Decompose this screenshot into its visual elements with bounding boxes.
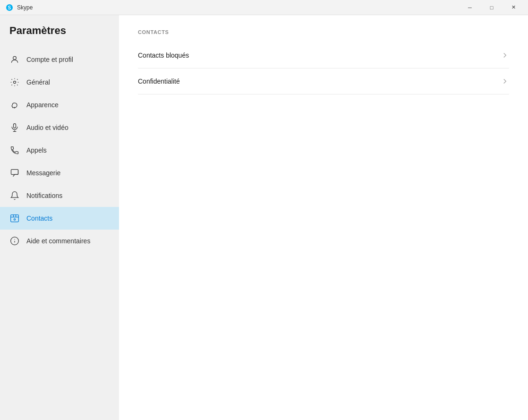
confidentialite-label: Confidentialité [138, 77, 180, 85]
sidebar-label-general: Général [26, 78, 50, 86]
maximize-button[interactable]: □ [481, 0, 502, 15]
microphone-icon [9, 122, 20, 133]
sidebar-label-messagerie: Messagerie [26, 169, 60, 177]
app-body: Paramètres Compte et profil Général Appa… [0, 15, 528, 420]
contacts-bloques-label: Contacts bloqués [138, 51, 189, 59]
info-icon [9, 236, 20, 246]
titlebar-controls: ─ □ ✕ [459, 0, 524, 15]
sidebar-item-contacts[interactable]: Contacts [0, 207, 119, 230]
chevron-right-icon-blocked [501, 51, 509, 60]
sidebar-item-general[interactable]: Général [0, 71, 119, 94]
confidentialite-row[interactable]: Confidentialité [138, 69, 509, 94]
svg-point-9 [14, 219, 15, 220]
sidebar-item-notifications[interactable]: Notifications [0, 184, 119, 207]
close-button[interactable]: ✕ [502, 0, 524, 15]
sidebar-label-contacts: Contacts [26, 214, 52, 222]
brush-icon [9, 100, 20, 110]
sidebar-title: Paramètres [0, 25, 119, 48]
sidebar-item-compte[interactable]: Compte et profil [0, 48, 119, 71]
svg-rect-7 [11, 215, 19, 222]
person-icon [9, 54, 20, 65]
svg-point-2 [13, 56, 17, 60]
sidebar-item-aide[interactable]: Aide et commentaires [0, 230, 119, 252]
sidebar-label-audio: Audio et vidéo [26, 124, 68, 131]
sidebar-item-messagerie[interactable]: Messagerie [0, 162, 119, 184]
sidebar-label-aide: Aide et commentaires [26, 237, 90, 245]
sidebar-item-audio[interactable]: Audio et vidéo [0, 116, 119, 139]
minimize-button[interactable]: ─ [459, 0, 481, 15]
main-panel: CONTACTS Contacts bloqués Confidentialit… [119, 15, 528, 420]
skype-logo-icon: S [6, 4, 13, 11]
section-label: CONTACTS [138, 29, 509, 35]
sidebar-label-appels: Appels [26, 146, 47, 154]
window-title: Skype [17, 4, 33, 11]
svg-text:S: S [8, 5, 11, 10]
gear-icon [9, 77, 20, 87]
sidebar-item-apparence[interactable]: Apparence [0, 94, 119, 116]
titlebar-left: S Skype [6, 4, 33, 11]
svg-point-3 [14, 81, 16, 84]
phone-icon [9, 145, 20, 155]
sidebar-label-compte: Compte et profil [26, 56, 73, 63]
contacts-bloques-row[interactable]: Contacts bloqués [138, 43, 509, 69]
svg-rect-5 [14, 124, 16, 128]
bell-icon [9, 190, 20, 201]
chat-icon [9, 168, 20, 178]
titlebar: S Skype ─ □ ✕ [0, 0, 528, 15]
sidebar-item-appels[interactable]: Appels [0, 139, 119, 162]
sidebar-label-apparence: Apparence [26, 101, 59, 109]
contacts-icon [9, 213, 20, 223]
sidebar: Paramètres Compte et profil Général Appa… [0, 15, 119, 420]
sidebar-label-notifications: Notifications [26, 192, 62, 199]
chevron-right-icon-confidentiality [501, 77, 509, 86]
svg-rect-6 [11, 170, 18, 175]
